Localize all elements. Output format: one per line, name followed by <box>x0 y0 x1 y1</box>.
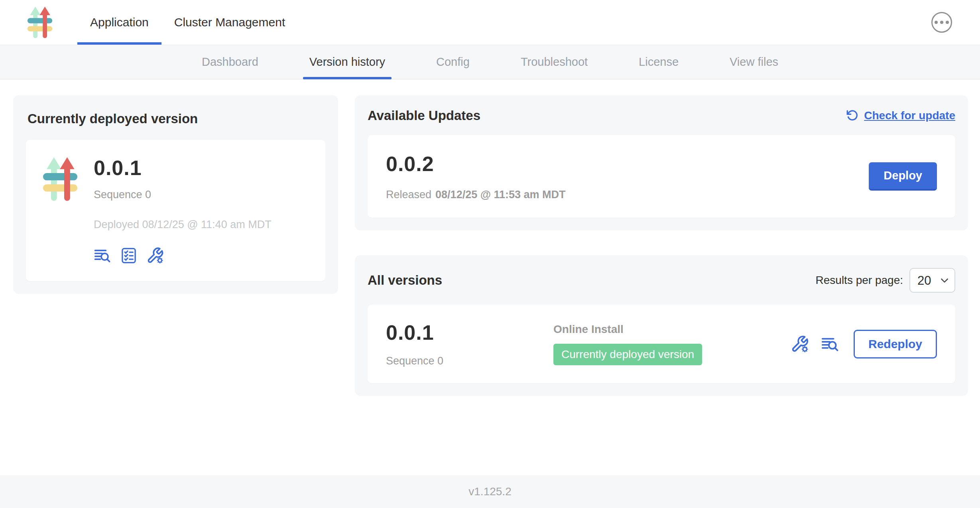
top-navbar: Application Cluster Management <box>0 0 980 45</box>
ellipsis-dot <box>946 21 949 24</box>
deployed-card-title: Currently deployed version <box>28 111 324 126</box>
gear-icon <box>157 258 162 263</box>
nav-tab-application[interactable]: Application <box>77 0 161 45</box>
config-icon[interactable] <box>146 247 164 264</box>
tab-dashboard[interactable]: Dashboard <box>195 45 265 79</box>
ellipsis-dot <box>935 21 938 24</box>
available-updates-title: Available Updates <box>368 108 480 123</box>
console-version-label: v1.125.2 <box>468 485 511 498</box>
results-per-page-select[interactable]: 20 <box>909 268 955 293</box>
app-logo <box>0 0 77 45</box>
currently-deployed-card: Currently deployed version 0.0.1 Sequenc… <box>13 95 338 294</box>
version-row: 0.0.1 Sequence 0 Online Install Currentl… <box>368 305 955 383</box>
deployed-version-panel: 0.0.1 Sequence 0 Deployed 08/12/25 @ 11:… <box>26 140 325 281</box>
redeploy-button[interactable]: Redeploy <box>854 330 937 358</box>
deployed-version-label: 0.0.1 <box>94 156 272 180</box>
all-versions-title: All versions <box>368 273 442 288</box>
released-prefix: Released <box>386 189 431 201</box>
update-version-label: 0.0.2 <box>386 152 566 176</box>
currently-deployed-badge: Currently deployed version <box>553 344 702 365</box>
tab-troubleshoot[interactable]: Troubleshoot <box>514 45 594 79</box>
update-row: 0.0.2 Released08/12/25 @ 11:53 am MDT De… <box>368 135 955 218</box>
row-version-label: 0.0.1 <box>386 321 553 345</box>
results-per-page-label: Results per page: <box>816 274 903 287</box>
config-icon[interactable] <box>791 335 809 353</box>
app-logo-icon <box>26 5 54 39</box>
main-content: Currently deployed version 0.0.1 Sequenc… <box>0 79 980 475</box>
deployed-timestamp: Deployed 08/12/25 @ 11:40 am MDT <box>94 219 272 231</box>
header-tabs: Application Cluster Management <box>77 0 298 45</box>
deploy-button[interactable]: Deploy <box>869 162 937 191</box>
preflight-checks-icon[interactable] <box>120 247 138 264</box>
app-subnav: Dashboard Version history Config Trouble… <box>0 45 980 79</box>
deploy-logs-icon[interactable] <box>94 247 111 264</box>
nav-tab-cluster-management[interactable]: Cluster Management <box>161 0 298 45</box>
released-timestamp: Released08/12/25 @ 11:53 am MDT <box>386 189 566 201</box>
deploy-logs-icon[interactable] <box>821 335 839 353</box>
check-for-update-link[interactable]: Check for update <box>846 109 955 122</box>
check-for-update-label: Check for update <box>864 109 955 122</box>
install-type-label: Online Install <box>553 323 791 336</box>
ellipsis-dot <box>940 21 943 24</box>
footer: v1.125.2 <box>0 475 980 508</box>
all-versions-card: All versions Results per page: 20 0 <box>355 255 968 396</box>
available-updates-card: Available Updates Check for update 0.0.2… <box>355 95 968 230</box>
overflow-menu-button[interactable] <box>931 12 952 33</box>
gear-icon <box>802 347 807 352</box>
deployed-sequence-label: Sequence 0 <box>94 189 272 201</box>
tab-view-files[interactable]: View files <box>723 45 785 79</box>
tab-license[interactable]: License <box>632 45 685 79</box>
app-logo-icon <box>40 156 80 202</box>
refresh-icon <box>846 109 859 122</box>
tab-config[interactable]: Config <box>430 45 476 79</box>
released-date: 08/12/25 @ 11:53 am MDT <box>435 189 566 201</box>
tab-version-history[interactable]: Version history <box>303 45 392 79</box>
row-sequence-label: Sequence 0 <box>386 355 553 367</box>
